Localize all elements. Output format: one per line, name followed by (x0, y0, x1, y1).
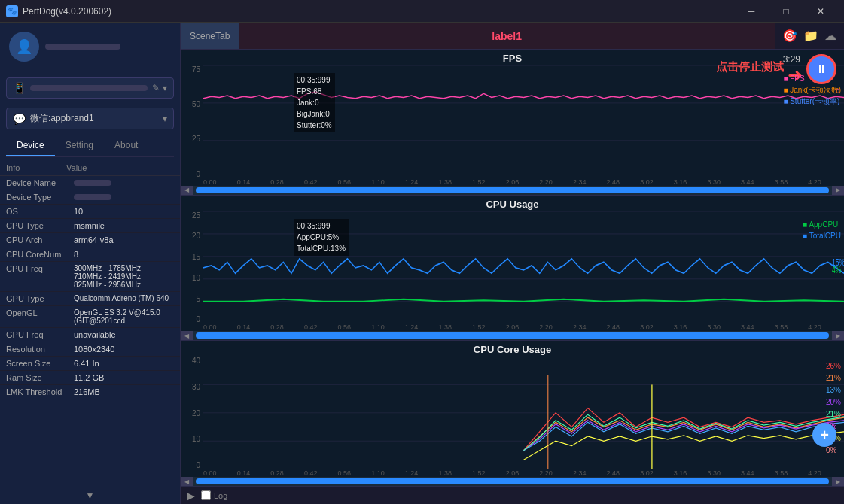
scrollbar-left[interactable]: ◀ (181, 186, 193, 195)
row-key: Device Type (6, 193, 74, 202)
app-icon: 🐾 (6, 5, 18, 17)
y-label: 30 (192, 383, 200, 391)
sidebar-bottom: ▼ (0, 487, 180, 504)
row-val (74, 193, 174, 202)
time-display: 3:29 (783, 54, 800, 65)
cpu-chart-area: 00:35:999 AppCPU:5% TotalCPU:13% (203, 211, 844, 324)
legend-totalcpu: ■ TotalCPU (803, 230, 841, 241)
chart-label1: label1 (239, 23, 775, 49)
row-key: LMK Threshold (6, 387, 74, 396)
tooltip-appcpu: AppCPU:5% (297, 232, 346, 243)
target-icon[interactable]: 🎯 (782, 29, 797, 43)
main-content: SceneTab label1 🎯 📁 ☁ FPS 3:29 点击停止测试 ➜ … (181, 23, 844, 504)
cpucore-chart-area: 26% 21% 13% 20% 21% 0% 16% 0% + (203, 357, 844, 469)
app-chevron-icon[interactable]: ▾ (163, 114, 167, 124)
y-label: 15 (192, 253, 200, 261)
row-key: Screen Size (6, 359, 74, 368)
table-row: CPU Arch arm64-v8a (0, 233, 180, 247)
y-label: 10 (192, 274, 200, 282)
scrollbar-left[interactable]: ◀ (181, 331, 193, 340)
legend-core4: 21% (826, 408, 841, 421)
charts-topbar: SceneTab label1 🎯 📁 ☁ (181, 23, 844, 50)
tooltip-bigjank: BigJank:0 (297, 108, 332, 120)
row-val (74, 178, 174, 187)
device-selector[interactable]: 📱 ✎ ▾ (6, 77, 174, 99)
legend-core3: 20% (826, 396, 841, 408)
topbar-icons: 🎯 📁 ☁ (775, 29, 844, 43)
legend-appcpu: ■ AppCPU (803, 219, 841, 230)
log-check[interactable] (201, 490, 211, 500)
maximize-button[interactable]: □ (769, 0, 803, 23)
tooltip-fps: FPS:68 (297, 86, 332, 97)
cpucore-x-axis: 0:000:140:280:420:561:101:241:381:522:06… (181, 469, 844, 477)
cpu-chart-title: CPU Usage (181, 196, 844, 211)
app-name: 微信:appbrand1 (30, 112, 158, 125)
y-label: 0 (196, 315, 200, 323)
avatar: 👤 (9, 32, 39, 62)
tooltip-jank: Jank:0 (297, 97, 332, 108)
row-val: unavailable (74, 330, 174, 339)
tab-setting[interactable]: Setting (55, 135, 104, 156)
tab-about[interactable]: About (104, 135, 148, 156)
cloud-icon[interactable]: ☁ (824, 29, 836, 43)
minimize-button[interactable]: ─ (734, 0, 769, 23)
scrollbar-track[interactable] (196, 332, 829, 339)
tooltip-totalcpu: TotalCPU:13% (297, 243, 346, 254)
cpucore-chart-title: CPU Core Usage (181, 341, 844, 357)
tooltip-stutter: Stutter:0% (297, 120, 332, 131)
row-key: CPU Freq (6, 264, 74, 273)
app-selector[interactable]: 💬 微信:appbrand1 ▾ (6, 108, 174, 129)
scrollbar-left[interactable]: ◀ (181, 477, 193, 486)
fps-scrollbar[interactable]: ◀ ▶ (181, 186, 844, 195)
table-row: Ram Size 11.2 GB (0, 371, 180, 385)
cpucore-scrollbar[interactable]: ◀ ▶ (181, 477, 844, 486)
scrollbar-right[interactable]: ▶ (832, 331, 844, 340)
cpu-tooltip: 00:35:999 AppCPU:5% TotalCPU:13% (294, 219, 349, 256)
scrollbar-track[interactable] (196, 478, 829, 484)
cpu-x-axis: 0:000:140:280:420:561:101:241:381:522:06… (181, 323, 844, 331)
y-label: 0 (196, 170, 200, 178)
table-row: Resolution 1080x2340 (0, 342, 180, 357)
close-button[interactable]: ✕ (803, 0, 838, 23)
row-key: GPU Freq (6, 330, 74, 339)
pause-button[interactable]: ⏸ (806, 54, 836, 84)
legend-stutter: ■ Stutter(卡顿率) (783, 96, 841, 107)
window-controls: ─ □ ✕ (734, 0, 838, 23)
app-title: PerfDog(v4.0.200602) (23, 6, 734, 17)
row-val: 11.2 GB (74, 373, 174, 382)
main-layout: 👤 📱 ✎ ▾ 💬 微信:appbrand1 ▾ Device Setting … (0, 23, 844, 504)
y-label: 5 (196, 295, 200, 303)
cpu-scrollbar[interactable]: ◀ ▶ (181, 331, 844, 340)
folder-icon[interactable]: 📁 (803, 29, 818, 43)
table-row: GPU Type Qualcomm Adreno (TM) 640 (0, 292, 180, 306)
scroll-down-icon[interactable]: ▼ (86, 490, 95, 501)
device-name-bar (30, 85, 148, 91)
table-row: Screen Size 6.41 In (0, 357, 180, 371)
table-row: CPU Freq 300MHz - 1785MHz 710MHz - 2419M… (0, 262, 180, 292)
chevron-down-icon[interactable]: ▾ (163, 83, 167, 93)
row-val: 6.41 In (74, 359, 174, 368)
fps-x-axis: 0:000:140:280:420:561:101:241:381:522:06… (181, 178, 844, 186)
y-label: 25 (192, 211, 200, 220)
edit-icon[interactable]: ✎ (152, 83, 160, 93)
y-label: 75 (192, 65, 200, 74)
table-row: CPU Type msmnile (0, 219, 180, 233)
tab-device[interactable]: Device (6, 135, 55, 156)
fps-y-axis: 75 50 25 0 (181, 65, 203, 178)
scrollbar-track[interactable] (196, 187, 829, 193)
scrollbar-right[interactable]: ▶ (832, 186, 844, 195)
fps-tooltip: 00:35:999 FPS:68 Jank:0 BigJank:0 Stutte… (294, 73, 335, 132)
row-val: 216MB (74, 387, 174, 396)
value-col-header: Value (66, 163, 87, 172)
log-checkbox[interactable]: Log (201, 490, 227, 500)
cpucore-chart-body: 40 30 20 10 0 (181, 357, 844, 469)
play-icon[interactable]: ▶ (187, 490, 195, 502)
fps-chart-body: 75 50 25 0 00:35:999 FPS:68 Jank:0 BigJa… (181, 65, 844, 178)
row-val: Qualcomm Adreno (TM) 640 (74, 294, 174, 302)
svg-text:15%: 15% (832, 257, 844, 267)
scrollbar-right[interactable]: ▶ (832, 477, 844, 486)
table-row: CPU CoreNum 8 (0, 247, 180, 262)
cpu-chart-panel: CPU Usage 25 20 15 10 5 0 00:35:999 AppC… (181, 196, 844, 342)
row-key: CPU Arch (6, 235, 74, 244)
add-chart-button[interactable]: + (812, 423, 836, 447)
